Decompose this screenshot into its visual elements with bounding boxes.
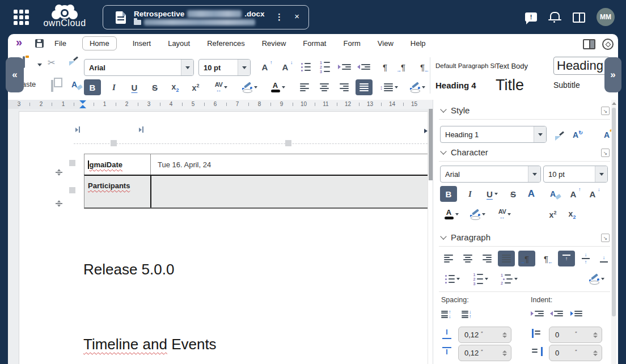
below-spacing-spinner[interactable]: 0,12 ″: [458, 345, 511, 361]
paragraph-style-combobox[interactable]: Heading 1: [440, 126, 547, 143]
font-name-combobox[interactable]: Arial: [84, 59, 194, 76]
font-size-combobox[interactable]: 10 pt: [198, 59, 251, 76]
avatar[interactable]: MM: [597, 8, 615, 26]
table-cell-date-label[interactable]: gmaiDate: [84, 154, 151, 175]
strikethrough-button[interactable]: S: [146, 79, 163, 95]
menubar-expand-icon[interactable]: »: [16, 36, 22, 49]
sidebar-align-bottom-button[interactable]: ↓: [595, 251, 612, 266]
sidebar-increase-indent-icon[interactable]: [531, 311, 544, 316]
row-resize-icon[interactable]: [56, 200, 62, 207]
document-heading-release[interactable]: Release 5.0.0: [83, 261, 174, 278]
decrease-indent-button[interactable]: [355, 59, 372, 75]
style-subtitle[interactable]: Subtitle: [553, 81, 610, 90]
table-row-handle[interactable]: [69, 187, 75, 193]
expand-sidebar-tab[interactable]: »: [604, 57, 621, 92]
scrollbar-up-arrow[interactable]: [612, 102, 616, 105]
copy-icon[interactable]: [51, 80, 53, 92]
sidebar-outline-list-button[interactable]: 12: [497, 271, 522, 287]
sidebar-subscript-button[interactable]: x2: [564, 206, 581, 222]
update-style-icon[interactable]: A↻: [573, 130, 585, 139]
sidebar-font-size-dropdown-icon[interactable]: [595, 166, 607, 182]
horizontal-ruler[interactable]: 321 123456789101112131415: [8, 100, 433, 109]
menu-home[interactable]: Home: [82, 36, 117, 50]
left-to-right-button[interactable]: ¶→: [395, 59, 412, 75]
table-row-handle[interactable]: [69, 160, 75, 166]
character-spacing-button[interactable]: AV↔: [209, 79, 234, 95]
sidebar-scrollbar[interactable]: [611, 100, 616, 364]
after-indent-spinner[interactable]: 0 ″: [549, 345, 602, 361]
feedback-icon[interactable]: !: [525, 12, 537, 22]
apps-grid-icon[interactable]: [14, 10, 29, 25]
shrink-font-button[interactable]: A↓: [277, 59, 294, 75]
column-marker-icon[interactable]: [75, 126, 80, 133]
cut-icon[interactable]: ✂: [48, 57, 55, 68]
align-left-button[interactable]: [296, 79, 313, 95]
sidebar-decrease-indent-icon[interactable]: [550, 311, 563, 316]
background-color-button[interactable]: [405, 79, 430, 95]
highlight-color-button[interactable]: [237, 79, 262, 95]
increase-paragraph-spacing-icon[interactable]: ↑ ↓: [441, 310, 451, 319]
sidebar-center-vertically-button[interactable]: ↓↑: [577, 251, 594, 266]
spinner-arrows[interactable]: [502, 350, 507, 356]
style-heading4[interactable]: Heading 4: [435, 81, 496, 90]
grow-font-button[interactable]: A↑: [256, 59, 273, 75]
menu-form[interactable]: Form: [342, 37, 361, 50]
paragraph-style-dropdown-icon[interactable]: [534, 126, 546, 142]
above-spacing-spinner[interactable]: 0,12 ″: [458, 327, 511, 343]
sidebar-font-name-dropdown-icon[interactable]: [528, 166, 540, 182]
sidebar-shrink-font-button[interactable]: A↓: [584, 186, 601, 202]
style-text-body[interactable]: Text Body: [496, 62, 553, 70]
numbered-list-button[interactable]: 123: [316, 59, 333, 75]
table-cell-participants-value[interactable]: [151, 176, 428, 208]
save-icon[interactable]: [35, 39, 44, 48]
sidebar-strikethrough-button[interactable]: S: [505, 186, 522, 202]
document-tab[interactable]: Retrospective .docx ⋮ ×: [103, 5, 309, 29]
style-title[interactable]: Title: [496, 77, 553, 94]
table-resize-handle[interactable]: [285, 140, 291, 146]
ruler-indent-marker[interactable]: [79, 100, 86, 108]
increase-indent-button[interactable]: [336, 59, 353, 75]
sidebar-character-spacing-button[interactable]: AV↔: [492, 206, 517, 222]
formatting-marks-button[interactable]: ¶: [377, 59, 394, 75]
font-name-dropdown-icon[interactable]: [181, 60, 193, 75]
character-dialog-launcher-icon[interactable]: ↘: [601, 149, 610, 157]
superscript-button[interactable]: x2: [187, 79, 204, 95]
clear-formatting-icon[interactable]: A: [71, 80, 77, 89]
menu-file[interactable]: File: [53, 37, 67, 50]
notifications-bell-icon[interactable]: [550, 12, 560, 19]
table-row[interactable]: Participants: [84, 175, 428, 209]
font-size-dropdown-icon[interactable]: [238, 60, 250, 75]
menubar-sidebar-toggle-icon[interactable]: [583, 39, 595, 49]
paste-dropdown-icon[interactable]: [37, 64, 42, 66]
spinner-arrows[interactable]: [593, 332, 598, 338]
sidebar-shadow-button[interactable]: A: [523, 186, 540, 202]
bullet-list-button[interactable]: [297, 59, 314, 75]
sidebar-rtl-button[interactable]: ¶←: [538, 251, 555, 266]
menu-insert[interactable]: Insert: [132, 37, 153, 50]
sidebar-underline-button[interactable]: U: [481, 186, 504, 202]
justify-button[interactable]: [356, 79, 373, 95]
sidebar-justify-button[interactable]: [498, 251, 515, 266]
sidebar-align-top-button[interactable]: ↑: [558, 251, 575, 266]
table-cell-date-value[interactable]: Tue 16. April, 24: [151, 154, 428, 175]
accessibility-compass-icon[interactable]: [602, 39, 614, 50]
style-default-paragraph[interactable]: Default Paragraph Style: [435, 62, 496, 69]
sidebar-bullet-list-button[interactable]: [440, 271, 465, 287]
spinner-arrows[interactable]: [593, 350, 598, 356]
sidebar-fill-color-button[interactable]: [584, 271, 609, 287]
align-right-button[interactable]: [336, 79, 353, 95]
table-cell-participants-label[interactable]: Participants: [84, 176, 151, 208]
tab-close-icon[interactable]: ×: [294, 11, 299, 22]
sidebar-font-color-button[interactable]: A: [440, 206, 463, 222]
document-canvas[interactable]: gmaiDate Tue 16. April, 24 Participants …: [8, 109, 433, 364]
menu-format[interactable]: Format: [302, 37, 327, 50]
italic-button[interactable]: I: [105, 79, 122, 95]
sidebar-align-right-button[interactable]: [479, 251, 496, 266]
collapse-toolbar-tab[interactable]: «: [6, 57, 24, 92]
spinner-arrows[interactable]: [502, 332, 507, 338]
menu-references[interactable]: References: [206, 37, 246, 50]
sidebar-highlight-color-button[interactable]: [466, 206, 489, 222]
table-row[interactable]: gmaiDate Tue 16. April, 24: [84, 154, 428, 176]
right-to-left-button[interactable]: ¶←: [414, 59, 431, 75]
section-character-header[interactable]: Character: [441, 147, 488, 157]
